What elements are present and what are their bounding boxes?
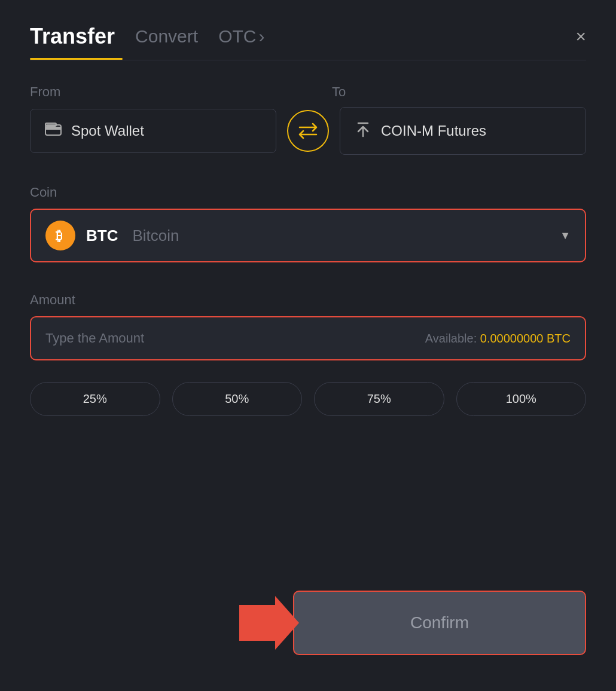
percent-buttons-row: 25% 50% 75% 100%: [30, 382, 586, 416]
coin-symbol: BTC: [86, 227, 118, 245]
coin-label: Coin: [30, 185, 586, 200]
svg-rect-1: [45, 127, 61, 130]
from-wallet-name: Spot Wallet: [71, 123, 144, 139]
tab-otc[interactable]: OTC ›: [218, 26, 264, 47]
from-wallet-selector[interactable]: Spot Wallet: [30, 109, 276, 153]
percent-50-button[interactable]: 50%: [172, 382, 303, 416]
red-arrow-icon: [239, 596, 299, 650]
swap-button[interactable]: [287, 110, 329, 152]
percent-100-button[interactable]: 100%: [456, 382, 587, 416]
from-to-labels: From To: [30, 84, 586, 100]
amount-section: Amount Available: 0.00000000 BTC: [30, 292, 586, 382]
close-button[interactable]: ×: [575, 27, 586, 45]
chevron-down-icon: ▼: [560, 230, 571, 242]
available-balance: Available: 0.00000000 BTC: [425, 332, 571, 346]
available-amount-value: 0.00000000 BTC: [480, 332, 571, 345]
tab-underline-row: [30, 59, 586, 60]
wallet-row: Spot Wallet COIN-M Futures: [30, 107, 586, 155]
to-label: To: [332, 84, 586, 100]
svg-marker-4: [239, 596, 299, 650]
arrow-indicator: [239, 596, 305, 650]
coin-selector[interactable]: ₿ BTC Bitcoin ▼: [30, 209, 586, 262]
transfer-modal: Transfer Convert OTC › × From To Spot Wa…: [0, 0, 616, 691]
wallet-card-icon: [45, 123, 62, 139]
tab-convert[interactable]: Convert: [133, 26, 200, 47]
coin-section: Coin ₿ BTC Bitcoin ▼: [30, 185, 586, 292]
from-label: From: [30, 84, 284, 100]
to-wallet-name: COIN-M Futures: [381, 123, 486, 139]
tab-transfer[interactable]: Transfer: [30, 24, 115, 49]
amount-input[interactable]: [45, 331, 425, 346]
percent-25-button[interactable]: 25%: [30, 382, 160, 416]
confirm-button[interactable]: Confirm: [293, 591, 586, 655]
futures-icon: [355, 121, 371, 141]
modal-header: Transfer Convert OTC › ×: [30, 24, 586, 49]
to-wallet-selector[interactable]: COIN-M Futures: [340, 107, 586, 155]
btc-icon: ₿: [45, 221, 75, 250]
svg-text:₿: ₿: [56, 228, 62, 243]
amount-input-box: Available: 0.00000000 BTC: [30, 316, 586, 360]
coin-full-name: Bitcoin: [132, 227, 179, 245]
amount-label: Amount: [30, 292, 586, 308]
active-tab-indicator: [30, 58, 123, 60]
bottom-action-area: Confirm: [30, 579, 586, 655]
percent-75-button[interactable]: 75%: [314, 382, 444, 416]
